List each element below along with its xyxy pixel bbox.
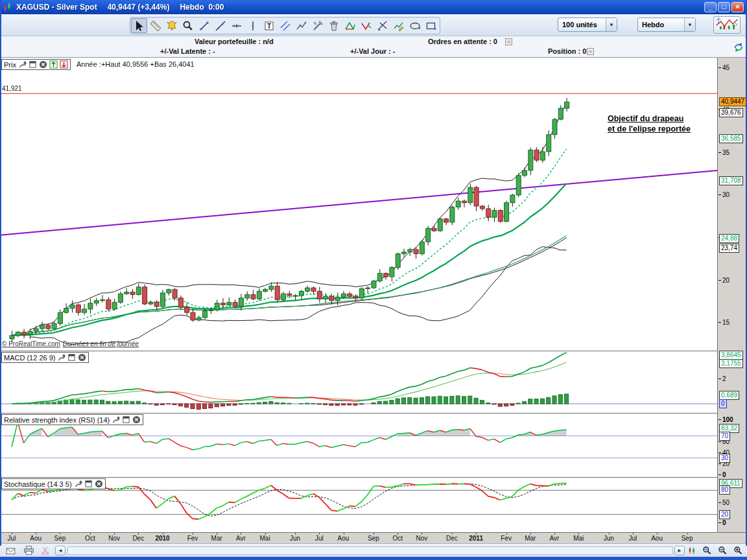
zoom-tool[interactable] (180, 18, 196, 33)
latent-pl: +/-Val Latente : - (160, 47, 215, 55)
units-select[interactable]: 100 unités ▼ (558, 18, 617, 32)
print-icon[interactable] (22, 545, 35, 556)
chevron-down-icon[interactable]: ▼ (684, 18, 695, 31)
restore-button[interactable]: □ (718, 2, 730, 12)
pattern-down-tool[interactable] (358, 18, 374, 33)
trash-tool[interactable] (326, 18, 342, 33)
rsi-panel-header: Relative strength index (RSI) (14) (1, 414, 143, 425)
detach-window-icon[interactable] (122, 415, 130, 424)
time-scrollbar[interactable] (67, 546, 673, 555)
wrench-icon[interactable] (74, 480, 82, 488)
chevron-down-icon[interactable]: ▼ (606, 18, 617, 31)
portfolio-value: Valeur portefeuille : n/d (195, 38, 274, 45)
segment-tool[interactable] (196, 18, 212, 33)
detach-window-icon[interactable] (29, 60, 37, 69)
wrench-icon[interactable] (18, 60, 27, 69)
chart-style-icon[interactable] (686, 545, 699, 556)
wrench-icon[interactable] (112, 415, 120, 424)
cursor-tool[interactable] (131, 18, 147, 33)
month-label: Mar (211, 535, 222, 542)
scroll-right-button[interactable]: ► (674, 546, 685, 555)
stoch-axis-tick: 0 (718, 519, 726, 526)
scroll-left-button[interactable]: ◄ (55, 546, 65, 555)
rsi-axis-tick: 0 (718, 471, 726, 478)
ellipse-tool[interactable] (407, 18, 423, 33)
stoch-axis-value-box: 20 (719, 510, 730, 519)
chart-annotation[interactable]: Objectif du drapeau et de l'elipse repor… (608, 113, 691, 134)
text-tool[interactable]: T (261, 18, 277, 33)
sync-icon[interactable] (733, 41, 744, 53)
units-select-value: 100 unités (558, 21, 606, 29)
indicator-edit-tool[interactable] (390, 18, 407, 33)
month-label: Nov (416, 535, 427, 542)
zoom-in-icon[interactable] (731, 545, 744, 556)
stoch-panel-title: Stochastique (14 3 5) (4, 480, 72, 488)
month-label: 2011 (469, 535, 483, 542)
price-axis-value-box: 39,676 (719, 108, 743, 117)
rsi-axis-value-box: 70 (719, 432, 730, 441)
month-label: Fev (187, 535, 198, 542)
rect-tool[interactable] (423, 18, 439, 33)
svg-text:T: T (267, 22, 270, 29)
prorealtime-link[interactable]: © ProRealTime.com (2, 340, 60, 347)
close-button[interactable]: × (731, 2, 744, 12)
panel-divider[interactable] (0, 351, 717, 351)
price-panel-title: Prix (4, 61, 16, 69)
time-axis: JulAouSepOctNovDec2010FevMarAvrMaiJunJul… (0, 532, 747, 544)
wrench-icon[interactable] (57, 353, 65, 362)
close-panel-icon[interactable] (132, 415, 141, 424)
macd-axis-value-box: 0,689 (719, 391, 739, 400)
statusbar: ◄ ► (0, 543, 747, 557)
stoch-chart[interactable] (0, 477, 717, 532)
rsi-panel-title: Relative strength index (RSI) (14) (4, 416, 110, 424)
polyline-tool[interactable] (293, 18, 309, 33)
buy-arrow-icon[interactable] (49, 60, 58, 69)
position-icon[interactable]: × (587, 48, 594, 55)
tools-tool[interactable] (309, 18, 326, 33)
scissors-icon[interactable] (39, 545, 52, 556)
pending-orders: Ordres en attente : 0 (428, 38, 497, 45)
zoom-fit-icon[interactable] (700, 545, 713, 556)
month-label: Mar (525, 535, 536, 542)
close-panel-icon[interactable] (95, 480, 103, 488)
close-panel-icon[interactable] (39, 60, 47, 69)
line-tool[interactable] (212, 18, 228, 33)
orders-icon[interactable]: × (505, 38, 512, 45)
fork-tool[interactable] (374, 18, 390, 33)
alert-tool[interactable] (163, 18, 180, 33)
macd-chart[interactable] (0, 351, 717, 413)
price-axis-value-box: 31,708 (719, 176, 743, 185)
minimize-button[interactable]: _ (704, 2, 717, 12)
drawing-toolbar: T (130, 17, 440, 34)
month-label: Oct (85, 535, 95, 542)
detach-window-icon[interactable] (84, 480, 93, 488)
macd-axis-tick: 2 (718, 375, 726, 382)
hline-tool[interactable] (228, 18, 244, 33)
macd-panel-header: MACD (12 26 9) (1, 352, 89, 363)
month-label: Jul (315, 535, 324, 542)
month-label: Sep (54, 535, 65, 542)
month-label: Dec (132, 535, 144, 542)
app-window: XAGUSD - Silver Spot40,9447 (+3,44%)Hebd… (0, 0, 747, 560)
annotation-line-2: et de l'elipse reportée (608, 124, 691, 134)
vline-tool[interactable] (244, 18, 261, 33)
macd-axis-value-box: 3,8645 (719, 351, 743, 360)
panel-divider[interactable] (0, 477, 717, 478)
zoom-out-icon[interactable] (716, 545, 729, 556)
month-label: Jul (628, 535, 637, 542)
price-chart[interactable] (0, 58, 717, 351)
close-panel-icon[interactable] (78, 353, 86, 362)
parallel-tool[interactable] (277, 18, 293, 33)
pattern-up-tool[interactable] (342, 18, 358, 33)
panel-divider[interactable] (0, 413, 717, 414)
ruler-tool[interactable] (147, 18, 163, 33)
window-border-bottom (0, 557, 747, 560)
titlebar[interactable]: XAGUSD - Silver Spot40,9447 (+3,44%)Hebd… (0, 0, 747, 14)
month-label: Sep (682, 535, 693, 542)
end-of-day-note: Données en fin de journée (63, 340, 139, 347)
detach-window-icon[interactable] (67, 353, 76, 362)
sell-arrow-icon[interactable] (60, 60, 68, 69)
mail-icon[interactable] (4, 545, 17, 556)
timeframe-select[interactable]: Hebdo ▼ (637, 18, 696, 32)
chart-display-settings-button[interactable] (713, 16, 741, 34)
